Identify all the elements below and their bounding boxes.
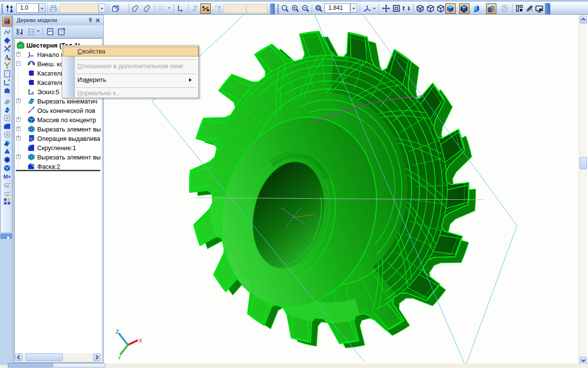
svg-text:A: A: [4, 54, 9, 61]
svg-text:X: X: [139, 338, 143, 343]
svg-text:X: X: [219, 9, 221, 13]
svg-text:M+: M+: [3, 174, 11, 180]
svg-text:Y: Y: [215, 4, 217, 9]
svg-text:Y: Y: [118, 355, 122, 361]
svg-text:Z: Z: [116, 329, 119, 335]
